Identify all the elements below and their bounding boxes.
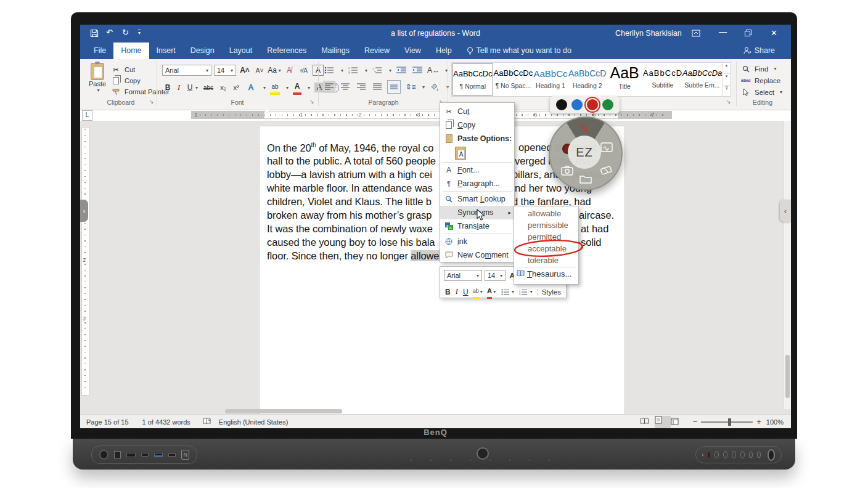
superscript-button[interactable]: x² xyxy=(232,81,240,94)
text-effects-icon[interactable]: A xyxy=(245,81,257,94)
mini-styles-button[interactable]: Styles xyxy=(537,288,561,296)
mini-bullets-icon[interactable] xyxy=(500,286,510,298)
usb-a-port[interactable] xyxy=(154,453,163,457)
audio-jack[interactable] xyxy=(99,450,108,460)
vertical-ruler[interactable]: 1 2 3 xyxy=(80,121,89,414)
control-button[interactable] xyxy=(714,451,719,458)
tab-home[interactable]: Home xyxy=(113,43,149,59)
decrease-indent-icon[interactable] xyxy=(395,64,407,76)
zoom-slider-thumb[interactable] xyxy=(728,418,731,426)
tab-view[interactable]: View xyxy=(397,43,428,59)
distribute-icon[interactable] xyxy=(387,80,401,94)
control-button[interactable] xyxy=(740,451,745,458)
tab-references[interactable]: References xyxy=(260,43,314,59)
style-no-spacing[interactable]: AaBbCcDc¶ No Spac... xyxy=(494,63,533,96)
save-icon[interactable] xyxy=(90,29,99,38)
tab-layout[interactable]: Layout xyxy=(222,43,260,59)
menu-item-link[interactable]: ink xyxy=(440,235,514,248)
qat-customize-icon[interactable]: ▾ xyxy=(138,30,141,36)
menu-item-smart-lookup[interactable]: Smart Lookup xyxy=(440,192,514,206)
undo-icon[interactable]: ↶ xyxy=(106,28,113,37)
select-button[interactable]: Select▾ xyxy=(741,86,782,98)
style-subtle-emphasis[interactable]: AaBbCcDaSubtle Em... xyxy=(682,63,722,96)
horizontal-scrollbar-thumb[interactable] xyxy=(225,409,342,413)
close-button[interactable]: ✕ xyxy=(771,28,777,38)
tellme-box[interactable]: Tell me what you want to do xyxy=(459,43,579,59)
whiteboard-icon[interactable] xyxy=(600,142,613,152)
highlight-color-icon[interactable]: ab xyxy=(270,80,280,95)
clear-formatting-icon[interactable]: A̸ xyxy=(283,64,295,76)
ribbon-display-options-icon[interactable] xyxy=(692,30,700,37)
bold-button[interactable]: B xyxy=(164,81,171,94)
styles-gallery-expand-icon[interactable]: ⊽ xyxy=(723,85,731,96)
tab-file[interactable]: File xyxy=(86,43,113,59)
strikethrough-button[interactable]: abc xyxy=(202,81,215,94)
hdmi-port[interactable] xyxy=(126,453,136,457)
word-count[interactable]: 1 of 4432 words xyxy=(142,418,190,426)
style-normal[interactable]: AaBbCcDc¶ Normal xyxy=(452,63,493,96)
pen-color-blue[interactable] xyxy=(571,99,583,110)
style-heading-2[interactable]: AaBbCcDHeading 2 xyxy=(568,63,606,96)
italic-button[interactable]: I xyxy=(176,81,182,94)
synonym-allowable[interactable]: allowable xyxy=(514,208,578,219)
control-button[interactable] xyxy=(723,451,727,458)
zoom-in-button[interactable]: + xyxy=(756,417,761,426)
asian-layout-icon[interactable]: A↔ xyxy=(427,64,440,76)
synonym-permissible[interactable]: permissible xyxy=(514,219,578,231)
mini-italic-button[interactable]: I xyxy=(455,286,459,298)
align-right-icon[interactable] xyxy=(355,81,367,93)
mini-bold-button[interactable]: B xyxy=(445,286,451,298)
menu-item-paragraph[interactable]: ¶Paragraph... xyxy=(440,177,514,190)
read-mode-icon[interactable] xyxy=(640,418,655,426)
style-subtitle[interactable]: AaBbCcDSubtitle xyxy=(643,63,682,96)
paste-option-keep-formatting[interactable]: A xyxy=(440,145,514,161)
pen-color-red-selected[interactable] xyxy=(587,99,598,110)
styles-scroll-up-icon[interactable]: ▴ xyxy=(723,63,731,73)
grow-font-icon[interactable]: A˄ xyxy=(239,64,251,76)
pen-tool-icon[interactable]: ✎ xyxy=(579,122,590,136)
align-center-icon[interactable] xyxy=(339,81,351,93)
zoom-slider-track[interactable] xyxy=(701,421,753,423)
underline-caret-icon[interactable]: ▾ xyxy=(195,85,198,91)
zoom-level[interactable]: 100% xyxy=(766,418,784,426)
font-color-icon[interactable]: A xyxy=(293,80,301,95)
mini-font-family-select[interactable]: Arial▾ xyxy=(444,270,482,281)
tab-help[interactable]: Help xyxy=(428,43,459,59)
share-button[interactable]: Share xyxy=(736,43,782,59)
tab-selector[interactable]: L xyxy=(82,110,92,121)
font-size-select[interactable]: 14▾ xyxy=(214,65,236,76)
phonetic-guide-icon[interactable]: ᵃ⁄A xyxy=(298,64,310,76)
page-indicator[interactable]: Page 15 of 15 xyxy=(86,418,129,426)
menu-item-font[interactable]: AFont... xyxy=(440,163,514,177)
bullets-icon[interactable] xyxy=(323,64,335,76)
minimize-button[interactable]: — xyxy=(719,27,727,36)
line-spacing-icon[interactable]: ⇕≡ xyxy=(404,81,417,93)
underline-button[interactable]: U xyxy=(186,81,194,94)
increase-indent-icon[interactable] xyxy=(411,64,424,76)
paste-button[interactable]: Paste ▾ xyxy=(86,63,108,93)
font-dialog-launcher[interactable]: ↘ xyxy=(309,99,314,105)
tab-design[interactable]: Design xyxy=(183,43,222,59)
mini-font-color-icon[interactable]: A xyxy=(487,285,493,299)
maximize-button[interactable] xyxy=(745,30,751,36)
find-button[interactable]: Find▾ xyxy=(741,63,782,75)
shading-icon[interactable] xyxy=(428,81,441,93)
copy-button[interactable]: Copy xyxy=(111,75,170,86)
tab-mailings[interactable]: Mailings xyxy=(314,43,357,59)
styles-scroll-down-icon[interactable]: ▾ xyxy=(723,73,731,84)
ez-center-button[interactable]: EZ xyxy=(568,136,601,169)
zoom-out-button[interactable]: − xyxy=(693,417,698,426)
multilevel-list-icon[interactable]: 1a xyxy=(371,64,383,76)
style-heading-1[interactable]: AaBbCcHeading 1 xyxy=(533,63,568,96)
align-left-icon[interactable] xyxy=(323,81,335,93)
menu-item-new-comment[interactable]: New Comment xyxy=(440,248,514,262)
clipboard-dialog-launcher[interactable]: ↘ xyxy=(149,99,154,105)
print-layout-icon[interactable] xyxy=(655,416,671,428)
camera-icon[interactable] xyxy=(561,166,573,176)
usb-b-port[interactable] xyxy=(114,451,121,458)
justify-icon[interactable] xyxy=(371,81,383,93)
proofing-icon[interactable] xyxy=(203,418,211,426)
font-family-select[interactable]: Arial▾ xyxy=(162,65,211,76)
right-panel-tab[interactable]: ‹ xyxy=(780,200,791,222)
eraser-icon[interactable] xyxy=(599,165,613,176)
